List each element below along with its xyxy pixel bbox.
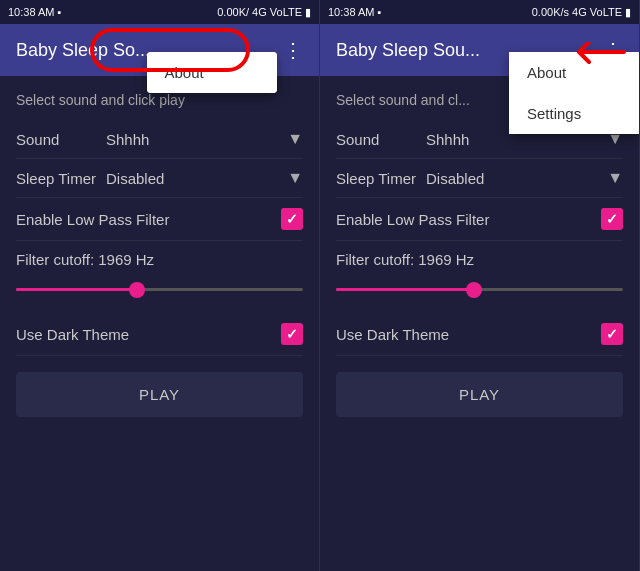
left-sleep-value: Disabled xyxy=(106,170,287,187)
right-sleep-timer-row: Sleep Timer Disabled ▼ xyxy=(336,159,623,198)
right-sleep-label: Sleep Timer xyxy=(336,170,426,187)
left-dark-theme-row: Use Dark Theme ✓ xyxy=(16,313,303,356)
left-filter-cutoff: Filter cutoff: 1969 Hz xyxy=(16,241,303,274)
left-phone-panel: 10:38 AM ▪ 0.00K/ 4G VoLTE ▮ Baby Sleep … xyxy=(0,0,320,571)
right-dark-theme-checkbox[interactable]: ✓ xyxy=(601,323,623,345)
left-lowpass-checkbox[interactable]: ✓ xyxy=(281,208,303,230)
right-app-content: Select sound and cl... Sound Shhhh ▼ Sle… xyxy=(320,76,639,571)
left-popup-menu: About xyxy=(147,52,277,93)
left-battery-icon: ▮ xyxy=(305,6,311,19)
left-sound-value: Shhhh xyxy=(106,131,287,148)
left-slider-fill xyxy=(16,288,137,291)
left-sound-row: Sound Shhhh ▼ xyxy=(16,120,303,159)
right-lowpass-checkbox[interactable]: ✓ xyxy=(601,208,623,230)
left-data-speed: 0.00K/ xyxy=(217,6,249,18)
left-signal-icon: ▪ xyxy=(57,6,61,18)
left-about-item[interactable]: About xyxy=(147,52,277,93)
left-sound-arrow[interactable]: ▼ xyxy=(287,130,303,148)
right-lowpass-row: Enable Low Pass Filter ✓ xyxy=(336,198,623,241)
left-slider-track xyxy=(16,288,303,291)
right-filter-cutoff: Filter cutoff: 1969 Hz xyxy=(336,241,623,274)
right-slider-fill xyxy=(336,288,474,291)
left-sleep-label: Sleep Timer xyxy=(16,170,106,187)
left-sleep-timer-row: Sleep Timer Disabled ▼ xyxy=(16,159,303,198)
left-slider-thumb[interactable] xyxy=(129,282,145,298)
right-status-bar: 10:38 AM ▪ 0.00K/s 4G VoLTE ▮ xyxy=(320,0,639,24)
left-dark-theme-checkbox[interactable]: ✓ xyxy=(281,323,303,345)
left-instruction: Select sound and click play xyxy=(16,92,303,108)
right-sleep-value: Disabled xyxy=(426,170,607,187)
right-dark-theme-label: Use Dark Theme xyxy=(336,326,601,343)
right-sleep-arrow[interactable]: ▼ xyxy=(607,169,623,187)
right-dark-theme-row: Use Dark Theme ✓ xyxy=(336,313,623,356)
right-signal-icon: ▪ xyxy=(377,6,381,18)
right-battery-icon: ▮ xyxy=(625,6,631,19)
left-sleep-arrow[interactable]: ▼ xyxy=(287,169,303,187)
left-lowpass-label: Enable Low Pass Filter xyxy=(16,211,281,228)
left-network: 4G VoLTE xyxy=(252,6,302,18)
left-app-content: Select sound and click play Sound Shhhh … xyxy=(0,76,319,571)
right-dropdown-menu: About Settings xyxy=(509,52,639,134)
left-sound-label: Sound xyxy=(16,131,106,148)
right-time: 10:38 AM xyxy=(328,6,374,18)
left-popup-overlay: About xyxy=(147,52,277,93)
left-play-button[interactable]: PLAY xyxy=(16,372,303,417)
left-status-bar: 10:38 AM ▪ 0.00K/ 4G VoLTE ▮ xyxy=(0,0,319,24)
right-settings-item[interactable]: Settings xyxy=(509,93,639,134)
right-play-button[interactable]: PLAY xyxy=(336,372,623,417)
left-slider-container xyxy=(16,274,303,313)
right-network: 4G VoLTE xyxy=(572,6,622,18)
right-sound-label: Sound xyxy=(336,131,426,148)
right-phone-panel: 10:38 AM ▪ 0.00K/s 4G VoLTE ▮ Baby Sleep… xyxy=(320,0,640,571)
right-slider-track xyxy=(336,288,623,291)
right-lowpass-label: Enable Low Pass Filter xyxy=(336,211,601,228)
right-about-item[interactable]: About xyxy=(509,52,639,93)
left-dark-theme-label: Use Dark Theme xyxy=(16,326,281,343)
left-time: 10:38 AM xyxy=(8,6,54,18)
right-slider-container xyxy=(336,274,623,313)
left-lowpass-row: Enable Low Pass Filter ✓ xyxy=(16,198,303,241)
left-menu-icon[interactable]: ⋮ xyxy=(283,38,303,62)
right-slider-thumb[interactable] xyxy=(466,282,482,298)
right-data-speed: 0.00K/s xyxy=(532,6,569,18)
